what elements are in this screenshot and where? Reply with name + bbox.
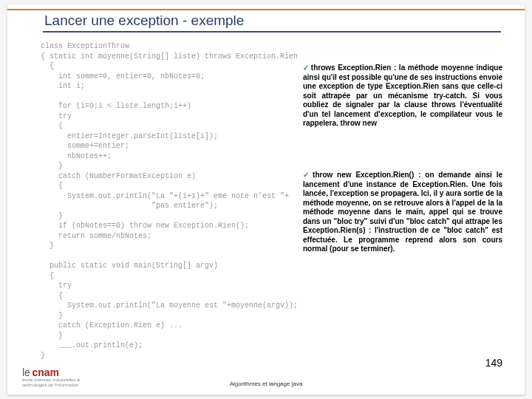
para2-body: : on demande ainsi le lancement d'une in… [303,171,502,253]
logo-sub2: technologies de l'information [22,383,80,387]
blue-divider [43,31,501,33]
paragraph-throw-new: ✓throw new Exception.Rien() : on demande… [303,171,502,254]
logo-le: le [22,366,30,378]
para2-lead: throw new Exception.Rien() [313,171,414,179]
para1-lead: throws Exception.Rien [311,64,392,72]
check-icon: ✓ [303,171,311,179]
code-snippet: class ExceptionThrow { static int moyenn… [41,41,299,352]
paragraph-throws: ✓throws Exception.Rien : la méthode moye… [303,64,502,129]
page-number: 149 [485,357,502,369]
check-icon: ✓ [303,64,310,72]
logo-sub1: école sciences industrielles & [22,378,80,382]
logo-cnam-text: cnam [32,366,59,378]
logo-cnam: le cnam école sciences industrielles & t… [22,367,80,387]
footer-text: Algorithmes et langage java [230,381,303,387]
para1-body: : la méthode moyenne indique ainsi qu'il… [303,64,502,127]
slide: Lancer une exception - exemple class Exc… [7,4,525,395]
orange-divider [7,9,525,10]
slide-title: Lancer une exception - exemple [44,13,244,29]
